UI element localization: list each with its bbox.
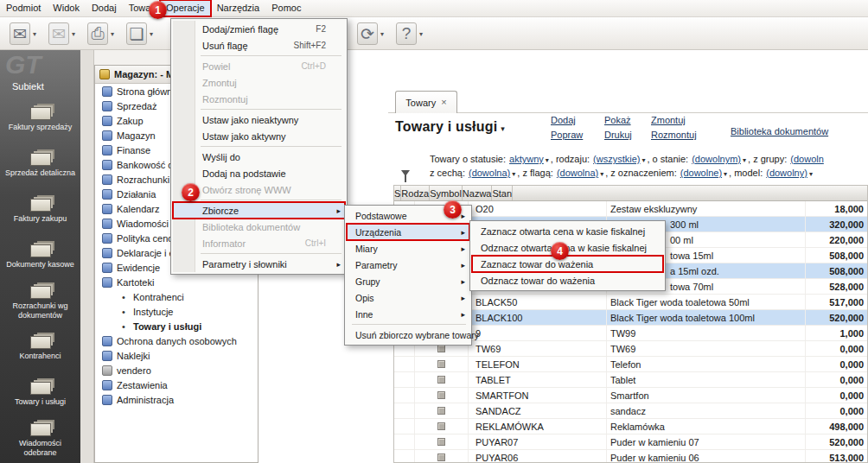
tree-item[interactable]: Instytucje [95, 304, 258, 319]
tree-item[interactable]: Kontrahenci [95, 289, 258, 304]
menubar-item[interactable]: Podmiot [0, 0, 47, 16]
module-shortcut[interactable]: Faktury sprzedaży [0, 97, 80, 143]
filter-caret-icon[interactable]: ▾ [641, 156, 645, 164]
command-link[interactable]: Drukuj [604, 130, 651, 144]
filter-funnel-icon[interactable] [401, 170, 410, 181]
dropdown-caret-icon[interactable]: ▾ [380, 30, 384, 38]
toolbar-button[interactable]: ✉ ▾ [44, 20, 80, 48]
tree-item[interactable]: Kartoteki [95, 275, 258, 289]
menu-item[interactable]: Dodaj/zmień flagę F2 [173, 21, 345, 37]
module-shortcut[interactable]: Rozrachunki wg dokumentów [0, 280, 80, 326]
menubar-item[interactable]: Operacje [160, 0, 211, 16]
tree-item[interactable]: Naklejki [95, 348, 258, 363]
toolbar-button[interactable]: ? ▾ [392, 20, 427, 48]
toolbar-button[interactable]: ⎙ ▾ [83, 20, 118, 48]
menu-item[interactable]: Ustaw jako nieaktywny [173, 111, 345, 128]
menu-item[interactable]: Odznacz towar do ważenia [472, 272, 663, 289]
filter-value-dropdown[interactable]: (dowoln [790, 154, 824, 164]
menu-item[interactable]: Dodaj na podstawie [173, 165, 345, 181]
menu-item[interactable]: Parametry ▸ [347, 257, 469, 273]
menu-item[interactable]: Urządzenia ▸ [347, 224, 469, 240]
tree-item[interactable]: vendero [95, 363, 258, 377]
dropdown-caret-icon[interactable]: ▾ [150, 30, 153, 38]
filter-value-dropdown[interactable]: (dowolnym) [692, 154, 741, 164]
menu-item[interactable]: Usuń flagę Shift+F2 [173, 37, 345, 54]
column-header[interactable]: Nazwa [463, 186, 493, 200]
library-link[interactable]: Biblioteka dokumentów [731, 126, 828, 136]
filter-value-dropdown[interactable]: (dowolne) [680, 168, 722, 178]
menu-item[interactable]: Rozmontuj [173, 91, 345, 107]
toolbar-button[interactable]: ✉ ▾ [5, 20, 41, 48]
tab-towary[interactable]: Towary × [395, 91, 457, 113]
table-row[interactable]: TELEFON Telefon 0,000 [394, 357, 867, 372]
table-row[interactable]: PUYAR07 Puder w kamieniu 07 520,000 [394, 434, 867, 450]
module-shortcut[interactable]: Wiadomości odebrane [0, 417, 80, 463]
tree-item[interactable]: Administracja [95, 392, 258, 407]
name-cell: Telefon [607, 357, 806, 371]
module-shortcut[interactable]: Faktury zakupu [0, 188, 80, 234]
menu-item[interactable]: Zaznacz towar do ważenia [472, 256, 663, 272]
menu-item[interactable]: Zaznacz otwarta cena w kasie fiskalnej [472, 223, 663, 239]
filter-value-dropdown[interactable]: (wszystkie) [593, 154, 640, 164]
menubar-item[interactable]: Dodaj [86, 0, 123, 16]
column-header[interactable]: Stan [492, 186, 513, 200]
table-row[interactable]: TABLET Tablet 0,000 [394, 372, 867, 388]
filter-caret-icon[interactable]: ▾ [512, 170, 515, 178]
toolbar-button[interactable]: ❏ ▾ [122, 20, 157, 48]
menu-item-label: Urządzenia [355, 227, 401, 238]
column-header[interactable]: Rodza [401, 186, 430, 200]
filter-caret-icon[interactable]: ▾ [600, 170, 603, 178]
menubar-item[interactable]: Pomoc [265, 0, 307, 16]
dropdown-caret-icon[interactable]: ▾ [111, 30, 114, 38]
menu-item[interactable]: Inne ▸ [347, 306, 469, 322]
table-row[interactable]: REKLAMÓWKA Reklamówka 498,000 [394, 419, 867, 434]
command-link[interactable]: Rozmontuj [651, 130, 713, 144]
dropdown-caret-icon[interactable]: ▾ [72, 30, 75, 38]
menu-item[interactable]: Informator Ctrl+I [173, 235, 345, 251]
filter-caret-icon[interactable]: ▾ [743, 156, 746, 164]
filter-caret-icon[interactable]: ▾ [724, 170, 727, 178]
module-shortcut[interactable]: Dokumenty kasowe [0, 234, 80, 280]
column-header[interactable]: S [394, 186, 401, 200]
tree-item[interactable]: Zestawienia [95, 377, 258, 392]
page-title-dropdown[interactable]: Towary i usługi ▾ [395, 119, 505, 135]
table-row[interactable]: SANDACZ sandacz 0,000 [394, 403, 867, 419]
command-link[interactable]: Dodaj [551, 115, 604, 130]
dropdown-caret-icon[interactable]: ▾ [33, 30, 36, 38]
product-type-icon [437, 345, 445, 352]
menu-item[interactable]: Wyślij do [173, 149, 345, 165]
menubar-item[interactable]: Narzędzia [211, 0, 266, 16]
menu-item[interactable]: Parametry i słowniki ▸ [173, 256, 345, 272]
dropdown-caret-icon[interactable]: ▾ [419, 30, 423, 38]
menu-item[interactable]: Powiel Ctrl+D [173, 58, 345, 74]
menu-item[interactable]: Usuń zbiorczo wybrane towary [347, 327, 469, 343]
command-link[interactable]: Zmontuj [651, 115, 713, 130]
menu-item[interactable]: Zbiorcze ▸ [173, 202, 345, 219]
menu-item[interactable]: Opis ▸ [347, 289, 469, 306]
menu-item[interactable]: Miary ▸ [347, 240, 469, 257]
tab-close-icon[interactable]: × [441, 98, 446, 107]
module-shortcut[interactable]: Sprzedaż detaliczna [0, 143, 80, 188]
filter-value-dropdown[interactable]: aktywny [509, 154, 544, 164]
tree-item-icon [118, 307, 129, 317]
command-link[interactable]: Pokaż [604, 115, 651, 130]
filter-caret-icon[interactable]: ▾ [809, 170, 813, 178]
filter-value-dropdown[interactable]: (dowolna) [557, 168, 598, 178]
filter-value-dropdown[interactable]: (dowolny) [766, 168, 807, 178]
table-row[interactable]: PUYAR06 Puder w kamieniu 06 513,000 [394, 450, 867, 463]
menu-item[interactable]: Biblioteka dokumentów [173, 219, 345, 235]
module-shortcut[interactable]: Kontrahenci [0, 326, 80, 371]
menu-item[interactable]: Grupy ▸ [347, 273, 469, 289]
filter-value-dropdown[interactable]: (dowolna) [469, 168, 510, 178]
menubar-item[interactable]: Widok [47, 0, 86, 16]
menu-item[interactable]: Zmontuj [173, 74, 345, 91]
tree-item[interactable]: Towary i usługi [95, 319, 258, 333]
tree-item[interactable]: Ochrona danych osobowych [95, 333, 258, 348]
command-link[interactable]: Popraw [551, 130, 604, 144]
table-row[interactable]: SMARTFON Smartfon 0,000 [394, 388, 867, 403]
menu-item[interactable]: Ustaw jako aktywny [173, 128, 345, 144]
module-shortcut[interactable]: Towary i usługi [0, 371, 80, 417]
column-header[interactable]: Symbol [430, 186, 463, 200]
filter-caret-icon[interactable]: ▾ [546, 156, 549, 164]
toolbar-button[interactable]: ⟳ ▾ [353, 20, 388, 48]
